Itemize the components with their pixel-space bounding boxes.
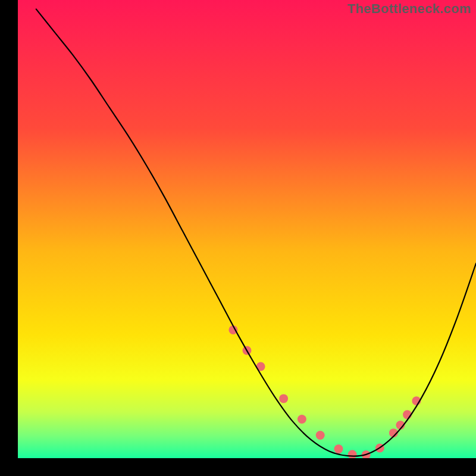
data-marker: [348, 450, 357, 458]
bottleneck-curve: [36, 9, 476, 456]
data-marker: [279, 394, 288, 403]
data-marker: [316, 431, 325, 440]
data-marker: [298, 415, 306, 424]
watermark-text: TheBottleneck.com: [347, 1, 471, 17]
data-marker: [334, 444, 343, 453]
plot-area: TheBottleneck.com: [18, 0, 476, 458]
chart-svg: [18, 0, 476, 458]
chart-container: TheBottleneck.com: [0, 0, 476, 476]
